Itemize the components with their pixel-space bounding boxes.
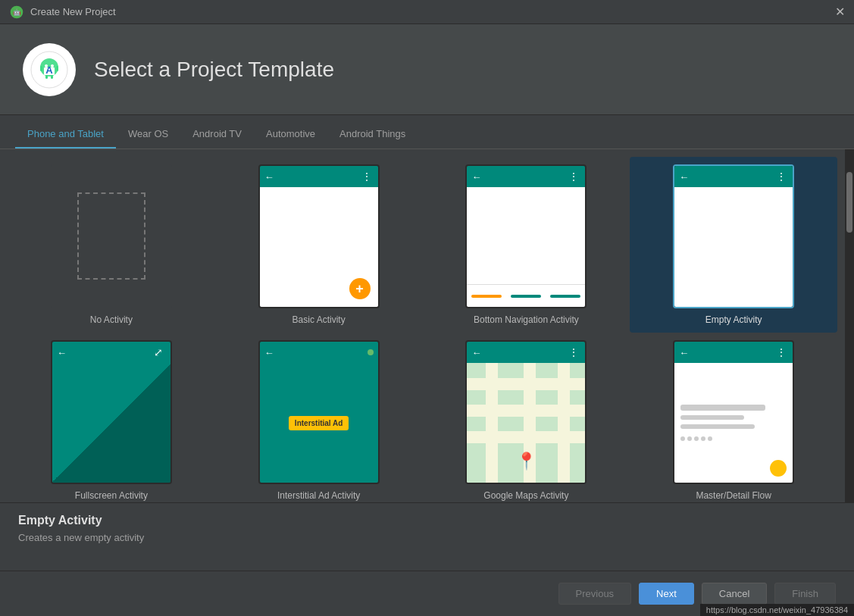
selected-template-description: Creates a new empty activity <box>18 532 836 543</box>
finish-button[interactable]: Finish <box>774 583 836 605</box>
master-detail-preview: ← ⋮ <box>673 340 794 484</box>
detail-line-1 <box>680 405 765 411</box>
interstitial-topbar: ← <box>260 342 378 363</box>
scrollbar-thumb[interactable] <box>846 172 852 233</box>
nav-item-3 <box>550 295 580 298</box>
master-detail-mock: ← ⋮ <box>674 342 793 483</box>
dot-4 <box>701 436 705 441</box>
close-button[interactable]: ✕ <box>835 6 845 18</box>
maps-preview: ← ⋮ 📍 <box>465 340 587 484</box>
dot-1 <box>680 436 685 441</box>
svg-text:A: A <box>45 64 53 76</box>
menu-dots-7: ⋮ <box>776 346 788 358</box>
nav-item-2 <box>511 295 541 298</box>
tab-android-tv[interactable]: Android TV <box>180 120 254 149</box>
map-road-v1 <box>486 363 498 483</box>
interstitial-mock: ← Interstitial Ad <box>260 342 378 483</box>
bottom-nav-body <box>467 187 585 284</box>
maps-topbar: ← ⋮ <box>467 342 585 363</box>
window-title: Create New Project <box>30 6 116 17</box>
info-section: Empty Activity Creates a new empty activ… <box>0 502 854 563</box>
bottom-nav-topbar: ← ⋮ <box>467 166 585 187</box>
back-icon-2: ← <box>471 171 481 183</box>
template-interstitial[interactable]: ← Interstitial Ad Interstitial Ad Activi… <box>215 333 423 502</box>
master-detail-label: Master/Detail Flow <box>696 490 771 501</box>
cancel-button[interactable]: Cancel <box>702 583 767 605</box>
back-icon-7: ← <box>679 347 689 358</box>
interstitial-badge: Interstitial Ad <box>289 416 349 430</box>
tab-bar: Phone and Tablet Wear OS Android TV Auto… <box>0 115 854 149</box>
template-maps[interactable]: ← ⋮ 📍 Google Map <box>423 333 630 502</box>
template-no-activity[interactable]: No Activity <box>8 157 215 333</box>
fullscreen-label: Fullscreen Activity <box>75 490 148 501</box>
bottom-nav-preview: ← ⋮ <box>465 164 587 308</box>
empty-topbar: ← ⋮ <box>674 166 793 187</box>
scrollbar[interactable] <box>845 149 854 502</box>
menu-dots: ⋮ <box>361 170 374 183</box>
svg-rect-8 <box>56 66 58 71</box>
title-bar: 🤖 Create New Project ✕ <box>0 0 854 24</box>
basic-body: + <box>260 187 378 307</box>
dot-2 <box>687 436 692 441</box>
bottom-nav-mock: ← ⋮ <box>467 166 585 307</box>
bottom-nav-bar <box>467 284 585 307</box>
menu-dots-6: ⋮ <box>568 346 580 358</box>
dialog-header: A Select a Project Template <box>0 24 854 115</box>
master-detail-fab <box>770 460 787 477</box>
fullscreen-topbar: ← ⤢ <box>52 342 170 363</box>
tab-automotive[interactable]: Automotive <box>254 120 327 149</box>
map-road-v3 <box>558 363 570 483</box>
interstitial-preview: ← Interstitial Ad <box>258 340 380 484</box>
next-button[interactable]: Next <box>639 583 694 605</box>
template-fullscreen[interactable]: ← ⤢ Fullscreen Activity <box>8 333 215 502</box>
status-dot <box>368 349 374 355</box>
logo-svg: A <box>30 51 68 89</box>
detail-line-3 <box>680 424 755 429</box>
menu-dots-2: ⋮ <box>568 170 580 183</box>
tab-android-things[interactable]: Android Things <box>327 120 418 149</box>
page-title: Select a Project Template <box>94 58 334 82</box>
nav-item-1 <box>471 295 502 298</box>
empty-activity-preview: ← ⋮ <box>673 164 794 308</box>
empty-phone-mock: ← ⋮ <box>674 166 793 307</box>
no-activity-preview <box>51 164 172 308</box>
interstitial-label: Interstitial Ad Activity <box>277 490 360 501</box>
svg-rect-7 <box>40 66 42 71</box>
template-grid: No Activity ← ⋮ + Basic Activity <box>0 149 845 502</box>
dot-5 <box>708 436 712 441</box>
template-master-detail[interactable]: ← ⋮ <box>630 333 837 502</box>
detail-line-2 <box>680 415 744 420</box>
template-basic-activity[interactable]: ← ⋮ + Basic Activity <box>215 157 423 333</box>
maps-mock: ← ⋮ 📍 <box>467 342 585 483</box>
menu-dots-3: ⋮ <box>776 170 788 183</box>
basic-activity-preview: ← ⋮ + <box>258 164 380 308</box>
fullscreen-corner: ⤢ <box>151 343 166 361</box>
fullscreen-body <box>52 363 170 483</box>
android-icon: 🤖 <box>9 5 24 20</box>
master-detail-topbar: ← ⋮ <box>674 342 793 363</box>
url-bar: https://blog.csdn.net/weixin_47936384 <box>700 604 854 616</box>
basic-topbar: ← ⋮ <box>260 166 378 187</box>
maps-body: 📍 <box>467 363 585 483</box>
tab-wear-os[interactable]: Wear OS <box>116 120 180 149</box>
diagonal-overlay <box>52 363 170 483</box>
dashed-box <box>77 192 145 280</box>
master-detail-body <box>674 363 793 483</box>
previous-button[interactable]: Previous <box>558 583 632 605</box>
dot-3 <box>694 436 699 441</box>
maps-label: Google Maps Activity <box>483 490 568 501</box>
detail-dots <box>680 436 787 441</box>
empty-activity-label: Empty Activity <box>705 314 762 325</box>
map-pin: 📍 <box>516 452 536 471</box>
basic-phone-mock: ← ⋮ + <box>260 166 378 307</box>
template-empty-activity[interactable]: ← ⋮ Empty Activity <box>630 157 837 333</box>
title-bar-left: 🤖 Create New Project <box>9 5 116 20</box>
interstitial-body: Interstitial Ad <box>260 363 378 483</box>
basic-activity-label: Basic Activity <box>292 314 346 325</box>
back-icon-6: ← <box>471 347 481 358</box>
bottom-nav-label: Bottom Navigation Activity <box>474 314 579 325</box>
template-bottom-nav[interactable]: ← ⋮ Bottom Navigation Activity <box>423 157 630 333</box>
tab-phone-tablet[interactable]: Phone and Tablet <box>15 120 116 149</box>
back-icon: ← <box>264 171 274 183</box>
fullscreen-preview: ← ⤢ <box>51 340 172 484</box>
